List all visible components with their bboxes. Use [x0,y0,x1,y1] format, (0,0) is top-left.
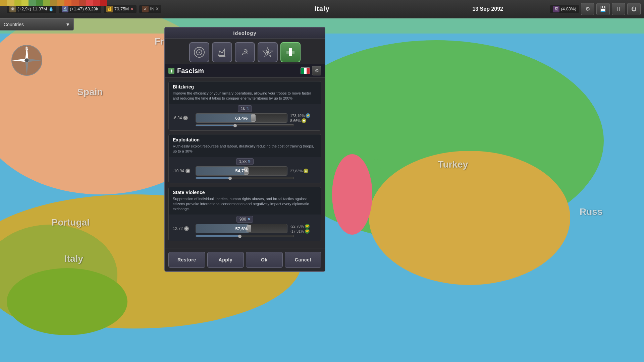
state-violence-right-icon1: 🤝 [305,224,310,229]
money-icon: 💰 [106,6,113,12]
policy-blitzkrieg: Blitzkrieg Improve the efficiency of you… [168,81,321,131]
exploitation-desc: Ruthlessly exploit resources and labour,… [169,144,321,157]
science-value: 63,29k [85,6,98,11]
state-violence-center: 57,6% [235,226,248,231]
restore-button[interactable]: Restore [168,252,205,268]
fascism-label: Fascism [177,67,204,75]
svg-text:N: N [25,47,29,51]
population-change: (+2,9k) [17,6,31,11]
policy-state-violence: State Violence Suppression of individual… [168,187,321,241]
strip-1 [0,0,7,6]
tab-communism[interactable]: ☭ [235,42,255,62]
resource-money: 💰 70,75M ✕ [104,5,137,13]
blitzkrieg-center: 63,4% [235,116,248,121]
blitzkrieg-title: Blitzkrieg [169,81,321,91]
cancel-button[interactable]: Cancel [285,252,322,268]
page-title: Italy [314,5,329,13]
blitzkrieg-right-v1: 173,19% [290,114,305,118]
state-violence-track[interactable]: 57,6% [196,224,287,233]
state-violence-bubble: 900 ⇅ [236,216,253,223]
resource-population: 🏛 (+2,9k) 11,37M 💧 [7,5,56,13]
money-x-icon: ✕ [130,6,134,11]
bubble-icon2: ⇅ [248,160,251,163]
fascism-header-right: ⚙ [301,66,321,75]
state-violence-left-icon: ⚙ [184,226,189,231]
svg-rect-21 [219,56,225,57]
strip-12 [79,0,86,6]
countries-dropdown[interactable]: Countries ▼ [0,18,74,31]
svg-point-20 [199,52,200,53]
exploitation-top-bubble: 1,8k ⇅ [173,158,317,165]
save-button[interactable]: 💾 [596,3,610,15]
bubble-icon3: ⇅ [248,217,250,221]
dialog-footer: Restore Apply Ok Cancel [165,248,325,271]
tab-theocracy[interactable] [258,42,278,62]
resource-science: 🔬 (+1,47) 63,29k [59,5,101,13]
strip-3 [14,0,21,6]
state-violence-top-bubble: 900 ⇅ [173,216,317,223]
state-violence-desc: Suppression of individual liberties, hum… [169,196,321,215]
strip-14 [93,0,100,6]
population-icon: 🏛 [9,6,16,12]
dialog-scroll-area[interactable]: Blitzkrieg Improve the efficiency of you… [165,78,325,248]
policy-settings-button[interactable]: ⚙ [312,66,321,75]
exploitation-mini-track[interactable] [196,177,294,179]
policy-exploitation: Exploitation Ruthlessly exploit resource… [168,134,321,183]
tab-democracy[interactable] [189,42,209,62]
science-change: (+1,47) [70,6,84,11]
state-violence-left-val: 12.72 ⚙ [173,226,193,231]
svg-point-9 [367,159,384,169]
strip-15 [100,0,107,6]
resource-section-left: 🏛 (+2,9k) 11,37M 💧 🔬 (+1,47) 63,29k 💰 70… [3,5,165,13]
blitzkrieg-slider-row: -6.34 ⚙ 63,4% 173,19% ⚡ 8 [173,113,317,123]
ok-button[interactable]: Ok [246,252,283,268]
blitzkrieg-mini-thumb[interactable] [233,124,237,127]
fascism-icon: ▮ [168,68,174,74]
svg-point-7 [369,151,570,285]
exploitation-left-icon: ⚙ [185,169,190,173]
exploitation-mini-thumb[interactable] [228,177,232,180]
right-controls: 🏗 (4.83%) ⚙ 💾 ⏸ ⏻ [550,3,641,15]
state-violence-mini-thumb[interactable] [238,235,241,238]
blitzkrieg-mini-track[interactable] [196,124,294,126]
blitzkrieg-track[interactable]: 63,4% [196,113,287,123]
exploitation-right-icon1: ★ [304,169,308,173]
blitzkrieg-right-icon2: ★ [302,118,306,123]
state-violence-right-v1: -22.78% [290,224,304,228]
tab-fascism[interactable] [280,42,301,62]
exploitation-track[interactable]: 54,7% [196,166,287,176]
military-icon: ⚔ [142,6,149,12]
power-button[interactable]: ⏻ [627,3,641,15]
strip-11 [71,0,78,6]
exploitation-center: 54,7% [235,168,248,173]
state-violence-slider-area: 900 ⇅ 12.72 ⚙ 57,6% [169,215,321,241]
blitzkrieg-thumb[interactable] [251,114,256,122]
exploitation-right-vals: 27,83% ★ [290,169,317,173]
svg-point-8 [332,154,372,235]
strip-5 [29,0,36,6]
money-value: 70,75M [114,6,129,11]
pause-button[interactable]: ⏸ [612,3,625,15]
exploitation-slider-area: 1,8k ⇅ -10.94 ⚙ 54,7% [169,157,321,183]
color-strips [0,0,107,6]
svg-point-10 [7,268,127,335]
strip-9 [57,0,64,6]
science-icon: 🔬 [62,6,68,12]
exploitation-mini-fill [196,177,230,179]
settings-button[interactable]: ⚙ [581,3,594,15]
blitzkrieg-slider-area: 1k ⇅ -6.34 ⚙ 63,4% [169,104,321,130]
italy-flag [301,67,310,74]
blitzkrieg-bubble: 1k ⇅ [238,105,252,112]
exploitation-title: Exploitation [169,134,321,144]
ideology-tabs: ☭ [165,39,325,64]
dropdown-chevron: ▼ [65,22,70,27]
game-date: 13 Sep 2092 [472,6,503,12]
tab-monarchy[interactable] [212,42,232,62]
apply-button[interactable]: Apply [207,252,244,268]
blitzkrieg-right-row1: 173,19% ⚡ [290,113,310,118]
blitzkrieg-right-vals: 173,19% ⚡ 8.66% ★ [290,113,317,123]
state-violence-mini-track[interactable] [196,235,294,237]
dialog-title: Ideology [233,30,257,36]
blitzkrieg-left-icon: ⚙ [183,116,188,120]
state-violence-slider-row: 12.72 ⚙ 57,6% -22.78% 🤝 [173,224,317,234]
